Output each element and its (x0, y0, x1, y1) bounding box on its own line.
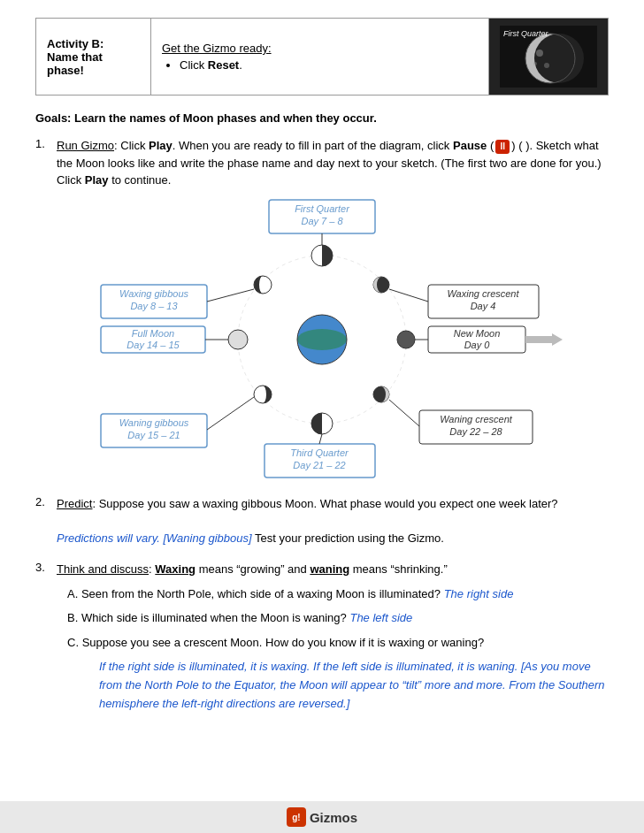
waning-term: waning (310, 562, 349, 576)
label-full-moon-1: Full Moon (132, 328, 174, 339)
s3-text-mid: means “growing” and (196, 562, 310, 576)
label-new-moon-1: New Moon (454, 328, 501, 339)
section-3-content: Think and discuss: Waxing means “growing… (57, 561, 448, 578)
arrow-wnc (389, 400, 419, 426)
footer: g! Gizmos (0, 801, 644, 833)
earth-land (297, 329, 347, 350)
svg-point-12 (397, 331, 415, 348)
sub-item-b: B. Which side is illuminated when the Mo… (67, 609, 609, 627)
section-1: 1. Run Gizmo: Click Play. When you are r… (35, 137, 609, 481)
sub-b-text: Which side is illuminated when the Moon … (81, 611, 347, 624)
section-2: 2. Predict: Suppose you saw a waxing gib… (35, 495, 609, 547)
section-1-num: 1. (35, 137, 57, 150)
s1-bold2: Pause (453, 139, 487, 152)
page: Activity B: Name that phase! Get the Giz… (0, 0, 644, 833)
moon-left (228, 330, 248, 349)
moon-image-cell: First Quarter (489, 19, 609, 96)
s1-text-before: : Click (114, 139, 149, 152)
gizmos-logo-text: Gizmos (310, 810, 357, 825)
label-waxing-crescent-1: Waxing crescent (447, 288, 519, 299)
activity-label: Activity B: Name that phase! (36, 19, 151, 96)
arrow-tq (319, 434, 322, 444)
gizmos-icon: g! (287, 807, 306, 827)
arrow-wg (207, 289, 254, 302)
label-waning-gibbous-2: Day 15 – 21 (127, 430, 180, 440)
sub-b-letter: B. (67, 611, 78, 624)
sub-a-text: Seen from the North Pole, which side of … (81, 587, 441, 600)
label-waxing-crescent-2: Day 4 (471, 301, 496, 311)
s1-bold3: Play (85, 173, 109, 187)
sub-c-letter: C. (67, 636, 79, 649)
label-third-quarter-1: Third Quarter (290, 447, 349, 458)
s1-bold1: Play (149, 139, 172, 152)
predict-label: Predict (57, 497, 92, 510)
moon-tr (373, 277, 389, 293)
reset-bold: Reset (208, 58, 239, 72)
phase-diagram-svg: First Quarter Day 7 – 8 Waxing gibbous D… (74, 198, 570, 481)
label-waning-crescent-2: Day 22 – 28 (449, 426, 502, 437)
svg-point-4 (544, 63, 549, 68)
header-instructions: Get the Gizmo ready: Click Reset. (151, 19, 489, 96)
svg-point-8 (228, 330, 248, 349)
svg-point-1 (534, 34, 584, 83)
sub-item-c: C. Suppose you see a crescent Moon. How … (67, 634, 609, 652)
s1-text2: . When you are ready to fill in part of … (172, 139, 453, 152)
section-2-content: Predict: Suppose you saw a waxing gibbou… (57, 495, 558, 547)
moon-tl (254, 276, 272, 294)
s2-text: : Suppose you saw a waxing gibbous Moon.… (92, 497, 557, 510)
label-first-quarter-line2: Day 7 – 8 (301, 216, 343, 226)
waxing-term: Waxing (155, 562, 196, 576)
sub-item-a: A. Seen from the North Pole, which side … (67, 585, 609, 603)
label-waxing-gibbous-1: Waxing gibbous (119, 288, 189, 299)
sub-items-list: A. Seen from the North Pole, which side … (67, 585, 609, 714)
moon-phase-diagram: First Quarter Day 7 – 8 Waxing gibbous D… (74, 198, 570, 481)
moon-right (397, 331, 415, 348)
sub-c-text: Suppose you see a crescent Moon. How do … (82, 636, 485, 649)
section-3: 3. Think and discuss: Waxing means “grow… (35, 561, 609, 713)
run-gizmo-label: Run Gizmo (57, 139, 114, 152)
section-3-num: 3. (35, 561, 57, 574)
moon-bl (254, 386, 272, 403)
label-waning-crescent-1: Waning crescent (440, 414, 513, 424)
s1-text4: to continue. (109, 173, 172, 187)
s2-answer: Predictions will vary. [Waning gibbous] (57, 531, 252, 545)
pause-badge: II (495, 140, 510, 154)
arrow-wng (207, 397, 254, 430)
gizmos-icon-text: g! (292, 813, 300, 822)
gizmos-logo: g! Gizmos (287, 807, 357, 827)
moon-image: First Quarter (500, 26, 597, 88)
label-waning-gibbous-1: Waning gibbous (119, 417, 189, 428)
sub-a-letter: A. (67, 587, 78, 600)
reset-instruction: Click Reset. (180, 58, 242, 72)
section-3-row: 3. Think and discuss: Waxing means “grow… (35, 561, 609, 578)
svg-point-3 (536, 50, 543, 57)
moon-phase-label: First Quarter (503, 29, 548, 38)
label-full-moon-2: Day 14 – 15 (126, 340, 180, 350)
sub-b-answer: The left side (349, 611, 412, 624)
section-1-header: 1. Run Gizmo: Click Play. When you are r… (35, 137, 609, 189)
activity-title-line2: Name that phase! (47, 50, 103, 77)
section-2-num: 2. (35, 495, 57, 508)
section-2-row: 2. Predict: Suppose you saw a waxing gib… (35, 495, 609, 547)
label-new-moon-2: Day 0 (464, 340, 491, 350)
moon-top (311, 245, 333, 266)
label-waxing-gibbous-2: Day 8 – 13 (130, 301, 178, 311)
sub-c-answer: If the right side is illuminated, it is … (99, 658, 609, 713)
to-sun-arrowhead (552, 333, 563, 346)
gizmo-ready-label: Get the Gizmo ready: (162, 42, 272, 55)
moon-br (373, 386, 389, 402)
label-third-quarter-2: Day 21 – 22 (293, 460, 345, 470)
activity-title-line1: Activity B: (47, 37, 104, 50)
label-first-quarter-line1: First Quarter (295, 203, 350, 214)
goals-text: Goals: Learn the names of Moon phases an… (35, 111, 609, 125)
s2-text2: Test your prediction using the Gizmo. (252, 531, 444, 545)
s3-text-end: means “shrinking.” (349, 562, 448, 576)
svg-point-5 (533, 62, 537, 65)
sub-a-answer: The right side (444, 587, 514, 600)
arrow-wc (389, 289, 428, 302)
section-1-content: Run Gizmo: Click Play. When you are read… (57, 137, 609, 189)
think-discuss-label: Think and discuss (57, 562, 149, 576)
moon-bottom (311, 413, 333, 434)
header-table: Activity B: Name that phase! Get the Giz… (35, 18, 609, 96)
